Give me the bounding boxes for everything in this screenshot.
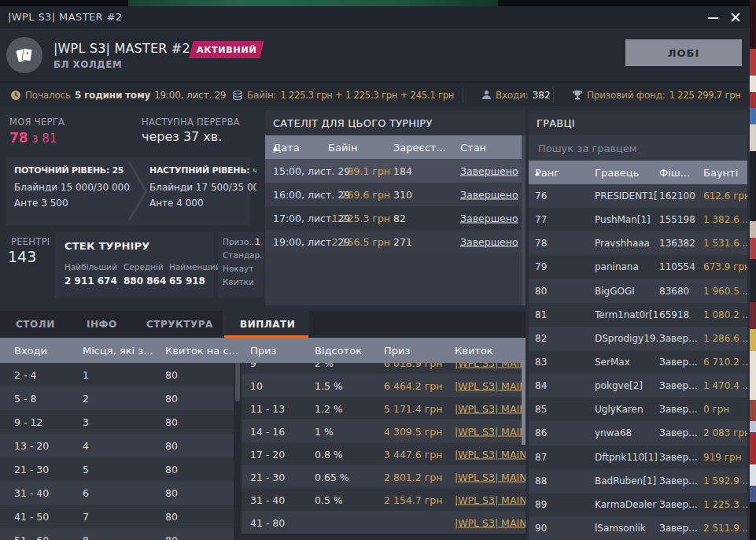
ticket-places: 2: [83, 393, 89, 405]
ticket-row[interactable]: 13 - 20 4 80: [0, 434, 234, 457]
satellite-row[interactable]: 15:00, лист. 29 89.1 грн 184 Завершено: [265, 159, 526, 183]
payout-scrollbar-thumb[interactable]: [235, 358, 240, 401]
ticket-row[interactable]: 2 - 4 1 80: [0, 363, 234, 387]
lobby-button[interactable]: ЛОБІ: [625, 39, 742, 66]
tab-payouts[interactable]: ВИПЛАТИ: [240, 311, 295, 338]
payout-row[interactable]: 21 - 30 0.65 % 2 801.2 грн |WPL S3| MAIN: [242, 465, 526, 488]
col-percent[interactable]: Відсоток: [315, 345, 362, 357]
player-row[interactable]: 82 DSprodigy19... Завер... 1 286.6 ...: [529, 327, 747, 350]
my-queue-value: 78 з 81: [9, 130, 57, 146]
player-bounty: 2 511.9 ...: [703, 523, 747, 534]
payout-ticket-link[interactable]: |WPL S3| MAIN: [455, 448, 526, 460]
minimize-icon[interactable]: [708, 17, 718, 19]
payout-row[interactable]: 11 - 13 1.2 % 5 171.4 грн |WPL S3| MAIN: [242, 397, 526, 420]
satellite-status-link[interactable]: Завершено: [460, 165, 518, 177]
player-row[interactable]: 79 paninana 110554 673.9 грн: [529, 255, 747, 279]
payout-right-scrollbar-thumb[interactable]: [522, 360, 526, 445]
tournament-header: |WPL S3| MASTER #2 АКТИВНИЙ БЛ ХОЛДЕМ ЛО…: [0, 28, 750, 79]
prize-type-line: Квитки: [223, 277, 264, 287]
ticket-row[interactable]: 21 - 30 5 80: [0, 457, 234, 481]
player-row[interactable]: 84 pokgve[2] Завер... 1 470.4 ...: [529, 374, 747, 398]
tournament-infobar: Почалось 5 години тому 19:00, лист. 29 Б…: [0, 81, 750, 106]
player-row[interactable]: 76 PRESIDENT1[... 162100 612.6 грн: [529, 184, 747, 208]
player-row[interactable]: 89 KarmaDealer Завер... 1 225.3 ...: [529, 493, 747, 516]
player-rank: 84: [535, 380, 547, 391]
player-bounty: 1 470.4 ...: [703, 380, 747, 391]
player-rank: 82: [535, 333, 547, 344]
col-prize[interactable]: Приз: [384, 345, 410, 357]
status-badge: АКТИВНИЙ: [189, 41, 264, 58]
ticket-row[interactable]: 31 - 40 6 80: [0, 481, 234, 505]
ticket-entries: 9 - 12: [14, 416, 42, 428]
satellite-status-link[interactable]: Завершено: [460, 189, 518, 201]
tab-tables[interactable]: СТОЛИ: [16, 311, 55, 338]
payout-row[interactable]: 31 - 40 0.5 % 2 154.7 грн |WPL S3| MAIN: [242, 488, 526, 511]
tab-structure[interactable]: СТРУКТУРА: [146, 311, 213, 338]
player-row[interactable]: 85 UglyKaren Завер... 0 грн: [529, 398, 747, 421]
player-row[interactable]: 87 Dftpnk110[1] Завер... 919 грн: [529, 446, 747, 469]
col-bounty[interactable]: Баунті: [703, 167, 738, 179]
player-row[interactable]: 90 lSamsoniik Завер... 2 511.9 ...: [529, 516, 747, 540]
satellite-registered: 310: [393, 189, 412, 201]
col-buyin[interactable]: Байін: [328, 142, 357, 153]
col-ticket[interactable]: Квиток: [455, 345, 493, 357]
stack-col-value: 2 911 674: [65, 276, 117, 287]
payout-ticket-link[interactable]: |WPL S3| MAIN: [455, 379, 526, 391]
payout-place: 10: [250, 379, 263, 391]
ticket-places: 6: [83, 487, 89, 499]
payout-row[interactable]: 10 1.5 % 6 464.2 грн |WPL S3| MAIN: [242, 374, 526, 397]
col-places[interactable]: Місця, які з...: [83, 345, 153, 357]
payout-place: 41 - 80: [250, 516, 285, 528]
reentry-label: РЕЕНТРІ: [11, 236, 50, 247]
payout-ticket-link[interactable]: |WPL S3| MAIN: [455, 402, 526, 414]
satellite-status-link[interactable]: Завершено: [460, 213, 518, 224]
player-bounty: 1 225.3 ...: [703, 499, 747, 510]
satellite-row[interactable]: 17:00, лист. 29 1 225.3 грн 82 Завершено: [265, 206, 526, 230]
ticket-count: 80: [165, 464, 178, 475]
player-search-input[interactable]: [529, 135, 747, 161]
player-row[interactable]: 83 SerMax Завер... 6 710.2 ...: [529, 350, 747, 374]
ticket-entries: 41 - 50: [14, 511, 49, 523]
player-row[interactable]: 77 PushMan[1] 155198 1 382.6 ...: [529, 208, 747, 231]
col-prize-place[interactable]: Приз: [250, 345, 276, 357]
player-bounty: 2 083 грн: [703, 427, 747, 438]
player-row[interactable]: 78 Pravshhaaa 136382 1 531.6 ...: [529, 231, 747, 255]
ticket-row[interactable]: 41 - 50 7 80: [0, 505, 234, 528]
payout-prize: 3 447.6 грн: [384, 448, 442, 460]
payout-row[interactable]: 17 - 20 0.8 % 3 447.6 грн |WPL S3| MAIN: [242, 442, 526, 465]
tab-info[interactable]: ІНФО: [87, 311, 117, 338]
ticket-row[interactable]: 9 - 12 3 80: [0, 410, 234, 434]
col-entries[interactable]: Входи: [14, 345, 47, 357]
close-icon[interactable]: [730, 12, 741, 23]
payout-ticket-link[interactable]: |WPL S3| MAIN: [455, 516, 526, 528]
player-row[interactable]: 81 Term1nat0r[1] 65918 1 080.2 ...: [529, 303, 747, 327]
satellite-row[interactable]: 16:00, лист. 29 269.6 грн 310 Завершено: [265, 183, 526, 206]
satellite-row[interactable]: 19:00, лист. 29 2 156.5 грн 271 Завершен…: [265, 230, 526, 253]
payout-percent: 1.5 %: [315, 379, 343, 391]
prize-label: Призовий фонд:: [587, 90, 666, 101]
col-registered[interactable]: Зареєст...: [393, 142, 446, 153]
payout-ticket-link[interactable]: |WPL S3| MAIN: [455, 425, 526, 437]
ticket-row[interactable]: 5 - 8 2 80: [0, 387, 234, 410]
satellite-status-link[interactable]: Завершено: [460, 236, 518, 248]
satellites-table-header: Дата ▲ Байін Зареєст... Стан: [265, 135, 526, 159]
col-status[interactable]: Стан: [460, 142, 486, 153]
payout-ticket-link[interactable]: |WPL S3| MAIN: [455, 471, 526, 483]
payout-row[interactable]: 14 - 16 1 % 4 309.5 грн |WPL S3| MAIN: [242, 420, 526, 442]
player-row[interactable]: 80 BigGOGI 83680 1 960.5 ...: [529, 279, 747, 303]
satellites-scrollbar[interactable]: [522, 135, 526, 305]
player-row[interactable]: 88 BadRuben[1] Завер... 1 592.9 ...: [529, 469, 747, 493]
player-chips: Завер...: [659, 380, 702, 391]
payout-ticket-link[interactable]: |WPL S3| MAIN: [455, 494, 526, 505]
col-player[interactable]: Гравець: [595, 167, 639, 179]
col-chips[interactable]: Фіш...: [659, 167, 690, 179]
player-name: PushMan[1]: [595, 214, 658, 225]
player-row[interactable]: 86 ynwa68 Завер... 2 083 грн: [529, 421, 747, 445]
player-bounty: 673.9 грн: [703, 261, 747, 272]
payout-row[interactable]: 41 - 80 |WPL S3| MAIN: [242, 511, 526, 534]
player-chips: Завер...: [659, 333, 702, 344]
next-level-title: НАСТУПНИЙ РІВЕНЬ: ч...: [149, 165, 256, 176]
ticket-row[interactable]: 51 - 60 8 80: [0, 528, 234, 540]
payout-table-body: 9 2 % 6 018.9 грн |WPL S3| MAIN 10 1.5 %…: [242, 338, 526, 540]
col-ticket-for[interactable]: Квиток на с...: [165, 345, 238, 357]
